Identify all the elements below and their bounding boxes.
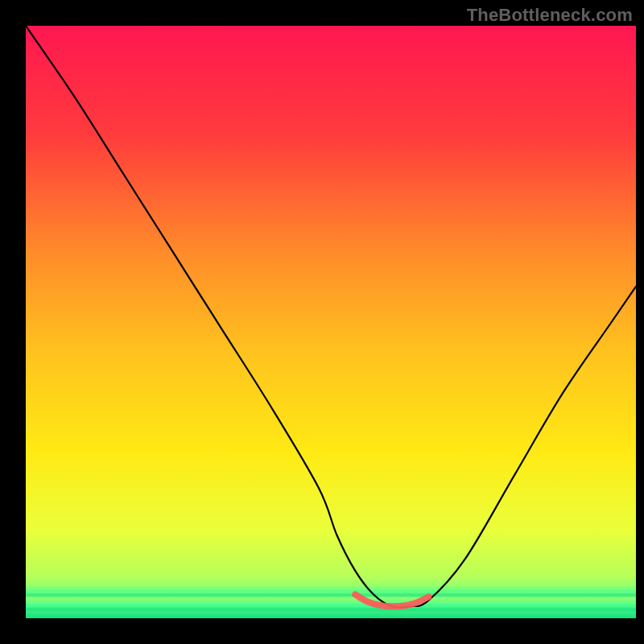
plot-area bbox=[26, 26, 636, 618]
gradient-background bbox=[26, 26, 636, 618]
bottom-band bbox=[26, 601, 636, 604]
chart-frame: TheBottleneck.com bbox=[0, 0, 644, 644]
bottom-band bbox=[26, 583, 636, 586]
bottom-band bbox=[26, 597, 636, 601]
watermark-text: TheBottleneck.com bbox=[467, 5, 633, 26]
chart-svg bbox=[26, 26, 636, 618]
bottom-band bbox=[26, 604, 636, 607]
bottom-band bbox=[26, 586, 636, 589]
bottom-band bbox=[26, 590, 636, 593]
bottom-band bbox=[26, 593, 636, 597]
bottom-band bbox=[26, 608, 636, 611]
